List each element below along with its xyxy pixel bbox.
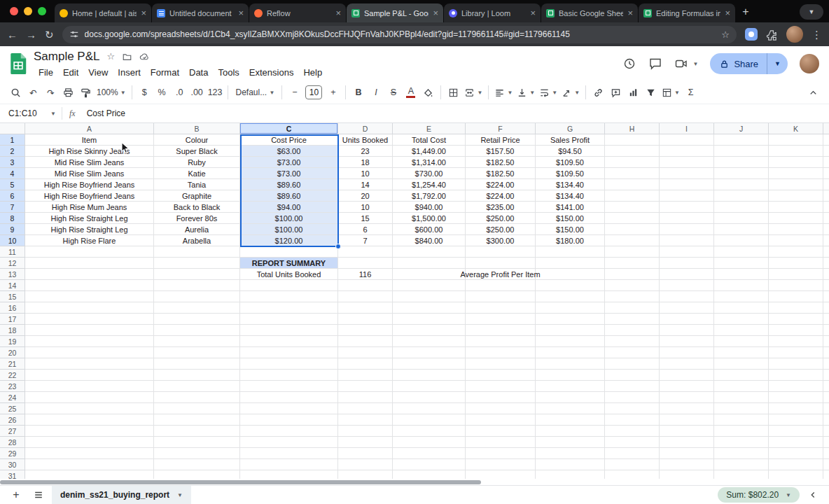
cell-I8[interactable] bbox=[660, 213, 714, 224]
cell-A9[interactable]: High Rise Straight Leg bbox=[25, 224, 154, 235]
cell-D14[interactable] bbox=[338, 280, 393, 291]
row-header-28[interactable]: 28 bbox=[0, 437, 25, 448]
cell-G24[interactable] bbox=[536, 392, 605, 403]
cell-B24[interactable] bbox=[154, 392, 240, 403]
horizontal-align-button[interactable]: ▼ bbox=[492, 83, 515, 102]
cell-G2[interactable]: $94.50 bbox=[536, 146, 605, 157]
cell-H19[interactable] bbox=[605, 336, 660, 347]
text-wrap-button[interactable]: ▼ bbox=[537, 83, 559, 102]
cell-C10[interactable]: $120.00 bbox=[240, 235, 338, 246]
cell-A7[interactable]: High Rise Mum Jeans bbox=[25, 202, 154, 213]
cell-K6[interactable] bbox=[769, 190, 823, 202]
cell-G22[interactable] bbox=[536, 370, 605, 381]
browser-tab[interactable]: Reflow× bbox=[249, 4, 346, 22]
browser-tab[interactable]: Basic Google Sheets× bbox=[541, 4, 638, 22]
table-views-button[interactable]: ▼ bbox=[660, 83, 682, 102]
cell-A30[interactable] bbox=[25, 459, 154, 470]
cell-F16[interactable] bbox=[466, 302, 536, 314]
comment-history-icon[interactable] bbox=[648, 57, 662, 71]
cell-K19[interactable] bbox=[769, 336, 823, 347]
cell-K25[interactable] bbox=[769, 403, 823, 414]
cell-J11[interactable] bbox=[714, 246, 769, 258]
window-minimize-button[interactable] bbox=[24, 7, 32, 15]
cell-D23[interactable] bbox=[338, 381, 393, 392]
cell-D13[interactable]: 116 bbox=[338, 269, 393, 280]
cell-A26[interactable] bbox=[25, 414, 154, 426]
cell-H2[interactable] bbox=[605, 146, 660, 157]
cell-F6[interactable]: $224.00 bbox=[466, 190, 536, 202]
cell-K9[interactable] bbox=[769, 224, 823, 235]
cell-B13[interactable] bbox=[154, 269, 240, 280]
cell-K10[interactable] bbox=[769, 235, 823, 246]
cell-J25[interactable] bbox=[714, 403, 769, 414]
column-header-A[interactable]: A bbox=[25, 123, 154, 134]
cell-G10[interactable]: $180.00 bbox=[536, 235, 605, 246]
row-header-3[interactable]: 3 bbox=[0, 157, 25, 168]
row-header-24[interactable]: 24 bbox=[0, 392, 25, 403]
row-header-26[interactable]: 26 bbox=[0, 414, 25, 426]
cell-E1[interactable]: Total Cost bbox=[393, 134, 466, 146]
cell-I27[interactable] bbox=[660, 426, 714, 437]
cell-G6[interactable]: $134.40 bbox=[536, 190, 605, 202]
cell-K29[interactable] bbox=[769, 448, 823, 459]
cell-H20[interactable] bbox=[605, 347, 660, 358]
cell-E3[interactable]: $1,314.00 bbox=[393, 157, 466, 168]
row-header-21[interactable]: 21 bbox=[0, 358, 25, 370]
cell-K18[interactable] bbox=[769, 325, 823, 336]
browser-tab[interactable]: Library | Loom× bbox=[444, 4, 541, 22]
new-tab-button[interactable]: + bbox=[737, 3, 755, 21]
cell-I30[interactable] bbox=[660, 459, 714, 470]
cell-I20[interactable] bbox=[660, 347, 714, 358]
row-header-6[interactable]: 6 bbox=[0, 190, 25, 202]
cell-A13[interactable] bbox=[25, 269, 154, 280]
cell-A20[interactable] bbox=[25, 347, 154, 358]
font-select[interactable]: Defaul... ▼ bbox=[232, 83, 278, 102]
cell-B11[interactable] bbox=[154, 246, 240, 258]
cell-I1[interactable] bbox=[660, 134, 714, 146]
cell-H31[interactable] bbox=[605, 470, 660, 479]
column-header-D[interactable]: D bbox=[338, 123, 393, 134]
row-header-8[interactable]: 8 bbox=[0, 213, 25, 224]
cell-F14[interactable] bbox=[466, 280, 536, 291]
cell-H26[interactable] bbox=[605, 414, 660, 426]
cell-A1[interactable]: Item bbox=[25, 134, 154, 146]
cell-E17[interactable] bbox=[393, 314, 466, 325]
cell-G31[interactable] bbox=[536, 470, 605, 479]
cell-J15[interactable] bbox=[714, 291, 769, 302]
cell-I13[interactable] bbox=[660, 269, 714, 280]
cell-B29[interactable] bbox=[154, 448, 240, 459]
cell-J7[interactable] bbox=[714, 202, 769, 213]
cell-B4[interactable]: Katie bbox=[154, 168, 240, 179]
cell-C16[interactable] bbox=[240, 302, 338, 314]
row-header-30[interactable]: 30 bbox=[0, 459, 25, 470]
cell-I22[interactable] bbox=[660, 370, 714, 381]
cell-D19[interactable] bbox=[338, 336, 393, 347]
cell-K5[interactable] bbox=[769, 179, 823, 190]
cell-K14[interactable] bbox=[769, 280, 823, 291]
meet-video-icon[interactable]: ▼ bbox=[674, 57, 698, 71]
cell-H14[interactable] bbox=[605, 280, 660, 291]
cell-G30[interactable] bbox=[536, 459, 605, 470]
cell-C15[interactable] bbox=[240, 291, 338, 302]
cell-J14[interactable] bbox=[714, 280, 769, 291]
cell-B14[interactable] bbox=[154, 280, 240, 291]
collapse-toolbar-button[interactable] bbox=[804, 83, 822, 102]
cell-E4[interactable]: $730.00 bbox=[393, 168, 466, 179]
cell-F11[interactable] bbox=[466, 246, 536, 258]
cell-G5[interactable]: $134.40 bbox=[536, 179, 605, 190]
cell-E2[interactable]: $1,449.00 bbox=[393, 146, 466, 157]
cell-E21[interactable] bbox=[393, 358, 466, 370]
cell-C11[interactable] bbox=[240, 246, 338, 258]
insert-chart-button[interactable] bbox=[625, 83, 642, 102]
cell-F7[interactable]: $235.00 bbox=[466, 202, 536, 213]
cell-F30[interactable] bbox=[466, 459, 536, 470]
cell-D16[interactable] bbox=[338, 302, 393, 314]
row-header-19[interactable]: 19 bbox=[0, 336, 25, 347]
cell-C5[interactable]: $89.60 bbox=[240, 179, 338, 190]
cell-D12[interactable] bbox=[338, 258, 393, 269]
pinned-extension-icon[interactable] bbox=[745, 28, 758, 41]
cell-F8[interactable]: $250.00 bbox=[466, 213, 536, 224]
cell-J22[interactable] bbox=[714, 370, 769, 381]
formula-input[interactable]: Cost Price bbox=[83, 108, 125, 118]
tab-search-button[interactable]: ▼ bbox=[800, 4, 823, 20]
